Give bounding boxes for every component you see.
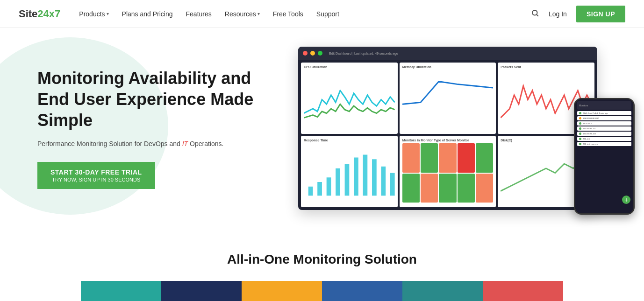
- card-network[interactable]: Network: [322, 281, 402, 301]
- fab-icon: +: [624, 196, 628, 203]
- search-icon: [531, 9, 539, 17]
- cta-button[interactable]: START 30-DAY FREE TRIAL TRY NOW, SIGN UP…: [37, 162, 155, 189]
- phone-item-text: BW1 - Last Polled: 4 mins ago: [583, 112, 608, 114]
- dot-red: [303, 51, 308, 56]
- response-panel: Response Time: [301, 136, 398, 207]
- cta-sub-label: TRY NOW, SIGN UP IN 30 SECONDS: [50, 177, 142, 182]
- signup-button[interactable]: SIGN UP: [576, 6, 625, 22]
- monitoring-section: All-in-One Monitoring Solution Website: [0, 229, 644, 301]
- cta-main-label: START 30-DAY FREE TRIAL: [50, 168, 142, 176]
- hero-subtitle: Performance Monitoring Solution for DevO…: [37, 139, 262, 149]
- phone-list-item: 192.168.80.223: [577, 132, 631, 136]
- phone-status-dot: [579, 143, 581, 145]
- nav-plans[interactable]: Plans and Pricing: [122, 10, 173, 18]
- phone-item-text: 221_test_new_ms: [583, 143, 598, 145]
- nav-products-arrow: ▾: [107, 11, 109, 16]
- nav-features[interactable]: Features: [186, 10, 212, 18]
- card-website[interactable]: Website: [81, 281, 161, 301]
- phone-item-text: 192.168.80.221: [583, 127, 596, 130]
- phone-status-dot: [579, 133, 581, 135]
- packets-sent-title: Packets Sent: [501, 65, 592, 69]
- phone-item-text: 221_test: [583, 138, 590, 140]
- dashboard-mockup: Edit Dashboard | Last updated: 49 second…: [298, 47, 597, 210]
- card-server[interactable]: Server: [161, 281, 242, 301]
- phone-list-item: 18.35.16.5: [577, 121, 631, 126]
- svg-marker-2: [304, 155, 395, 196]
- card-cloud[interactable]: Cloud: [242, 281, 322, 301]
- heatmap-cell: [439, 143, 456, 173]
- cpu-chart: [304, 70, 395, 129]
- cards-row: Website Server Cl: [19, 281, 625, 301]
- card-realuser[interactable]: Real User: [483, 281, 563, 301]
- header-right: Log In SIGN UP: [531, 6, 625, 22]
- heatmap-panel: Monitors in Monitor Type of Server Monit…: [400, 136, 496, 207]
- card-application[interactable]: Application: [402, 281, 483, 301]
- phone-mockup: Monitors BW1 - Last Polled: 4 mins ago 1…: [574, 98, 635, 215]
- mockup-url: Edit Dashboard | Last updated: 49 second…: [329, 52, 398, 55]
- nav-products[interactable]: Products ▾: [79, 10, 108, 18]
- heatmap-cell: [458, 174, 475, 203]
- heatmap-cell: [476, 143, 493, 173]
- header: Site24x7 Products ▾ Plans and Pricing Fe…: [0, 0, 644, 28]
- svg-point-0: [532, 10, 537, 15]
- hero-section: Monitoring Availability and End User Exp…: [0, 28, 644, 229]
- cpu-title: CPU Utilization: [304, 65, 395, 69]
- nav-resources-arrow: ▾: [258, 11, 260, 16]
- heatmap-title: Monitors in Monitor Type of Server Monit…: [402, 139, 494, 142]
- dot-yellow: [310, 51, 315, 56]
- section-title: All-in-One Monitoring Solution: [19, 252, 625, 267]
- heatmap-cell: [421, 143, 438, 173]
- phone-status-dot: [579, 112, 581, 114]
- response-title: Response Time: [304, 139, 395, 142]
- logo[interactable]: Site24x7: [19, 8, 60, 20]
- mockup-topbar: Edit Dashboard | Last updated: 49 second…: [298, 47, 597, 60]
- hero-title: Monitoring Availability and End User Exp…: [37, 68, 262, 131]
- response-chart: [304, 143, 395, 203]
- phone-item-text: 18.35.16.5: [583, 122, 592, 125]
- phone-list-item: 192.168.80.221: [577, 126, 631, 131]
- memory-panel: Memory Utilization: [400, 63, 496, 134]
- phone-topbar: Monitors: [577, 101, 631, 110]
- hero-content: Monitoring Availability and End User Exp…: [37, 68, 262, 189]
- hero-image: Edit Dashboard | Last updated: 49 second…: [298, 47, 625, 210]
- phone-status-dot: [579, 122, 581, 125]
- phone-status-dot: [579, 138, 581, 140]
- phone-item-text: 1 NEW ISSUE-LMT: [583, 117, 599, 119]
- heatmap-grid: [402, 143, 494, 203]
- heatmap-cell: [439, 174, 456, 203]
- phone-list-item: 221_test_new_ms: [577, 142, 631, 146]
- main-nav: Products ▾ Plans and Pricing Features Re…: [79, 10, 531, 18]
- login-link[interactable]: Log In: [549, 10, 567, 18]
- phone-screen: Monitors BW1 - Last Polled: 4 mins ago 1…: [575, 99, 633, 213]
- phone-status-dot: [579, 117, 581, 119]
- phone-item-text: 192.168.80.223: [583, 133, 596, 135]
- heatmap-cell: [402, 174, 420, 203]
- memory-chart: [402, 70, 494, 129]
- cpu-panel: CPU Utilization: [301, 63, 398, 134]
- svg-line-1: [537, 14, 538, 16]
- logo-number: 24x7: [37, 8, 60, 20]
- phone-topbar-text: Monitors: [579, 104, 588, 107]
- heatmap-cell: [458, 143, 475, 173]
- phone-list-item: 221_test: [577, 137, 631, 141]
- memory-title: Memory Utilization: [402, 65, 494, 69]
- mockup-body: CPU Utilization Memory Utilization: [298, 60, 597, 210]
- nav-support[interactable]: Support: [316, 10, 339, 18]
- fab-button[interactable]: +: [622, 196, 630, 204]
- nav-free-tools[interactable]: Free Tools: [273, 10, 303, 18]
- phone-list-item: 1 NEW ISSUE-LMT: [577, 116, 631, 120]
- logo-site: Site: [19, 8, 37, 20]
- phone-status-dot: [579, 127, 581, 130]
- phone-list-item: BW1 - Last Polled: 4 mins ago: [577, 111, 631, 115]
- heatmap-cell: [476, 174, 493, 203]
- dot-green: [318, 51, 322, 56]
- heatmap-cell: [421, 174, 438, 203]
- nav-resources[interactable]: Resources ▾: [225, 10, 260, 18]
- search-button[interactable]: [531, 9, 539, 19]
- heatmap-cell: [402, 143, 420, 173]
